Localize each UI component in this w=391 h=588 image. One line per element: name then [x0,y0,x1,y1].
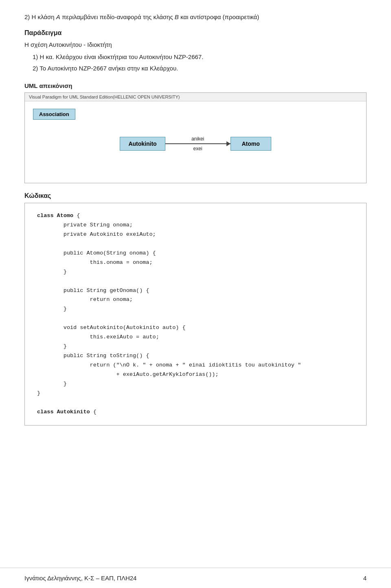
footer-page: 4 [363,575,367,581]
intro-line1-B: Β [175,13,179,20]
code-line-11 [37,314,354,323]
code-line-6: } [37,268,354,277]
code-line-20 [37,398,354,408]
uml-arrow-container: anikei exei [165,136,231,151]
example-item-2: 2) Το Αυτοκίνητο ΝΖΡ-2667 ανήκει στην κα… [33,64,367,73]
intro-line1-middle: περιλαμβάνει πεδίο-αναφορά της κλάσης [60,13,175,20]
code-line-13: this.exeiAuto = auto; [37,333,354,342]
code-line-3 [37,239,354,249]
example-item-1: 1) Η κα. Κλεάρχου είναι ιδιοκτήτρια του … [33,52,367,62]
page-footer: Ιγνάτιος Δεληγιάννης, Κ-Σ – ΕΑΠ, ΠΛΗ24 4 [0,568,391,588]
example-heading: Παράδειγμα [24,29,367,37]
code-line-0: class Atomo { [37,211,354,221]
code-line-5: this.onoma = onoma; [37,258,354,268]
uml-classes-row: Autokinito anikei exei Atomo [33,136,358,151]
uml-class-atomo: Atomo [231,137,271,151]
code-line-8: public String getOnoma() { [37,286,354,296]
code-line-16: return ("\nO k. " + onoma + " einai idio… [37,361,354,370]
code-line-10: } [37,305,354,314]
code-section-label: Κώδικας [24,192,367,200]
intro-paragraph: 2) Η κλάση Α περιλαμβάνει πεδίο-αναφορά … [24,12,367,22]
code-line-18: } [37,380,354,389]
intro-line1-suffix: και αντίστροφα (προαιρετικά) [179,13,259,20]
uml-section-label: UML απεικόνιση [24,82,367,89]
uml-diagram-body: Association Autokinito anikei exei Atomo [25,101,366,183]
uml-arrow-label-bottom: exei [193,146,202,151]
uml-toolbar-text: Visual Paradigm for UML Standard Edition… [29,94,180,99]
code-line-14: } [37,342,354,351]
intro-line1-A: Α [56,13,60,20]
code-line-19: } [37,389,354,398]
example-subtitle: Η σχέση Αυτοκινήτου - Ιδιοκτήτη [24,40,367,50]
uml-arrow-line [165,143,231,144]
uml-arrow-label-top: anikei [191,136,204,142]
code-line-2: private Autokinito exeiAuto; [37,230,354,239]
code-line-4: public Atomo(String onoma) { [37,249,354,258]
intro-line1-prefix: 2) Η κλάση [24,13,56,20]
code-line-15: public String toString() { [37,351,354,361]
example-list: 1) Η κα. Κλεάρχου είναι ιδιοκτήτρια του … [33,52,367,73]
code-line-1: private String onoma; [37,221,354,230]
footer-author: Ιγνάτιος Δεληγιάννης, Κ-Σ – ΕΑΠ, ΠΛΗ24 [24,575,136,581]
uml-diagram: Visual Paradigm for UML Standard Edition… [24,92,367,183]
code-line-21: class Autokinito { [37,408,354,417]
code-line-7 [37,277,354,286]
code-line-9: return onoma; [37,295,354,305]
uml-class-autokinito: Autokinito [120,137,165,151]
code-line-17: + exeiAuto.getArKykloforias()); [37,370,354,380]
code-box: class Atomo { private String onoma; priv… [24,203,367,426]
code-line-12: void setAutokinito(Autokinito auto) { [37,323,354,333]
uml-toolbar: Visual Paradigm for UML Standard Edition… [25,93,366,101]
uml-association-box: Association [33,109,75,120]
